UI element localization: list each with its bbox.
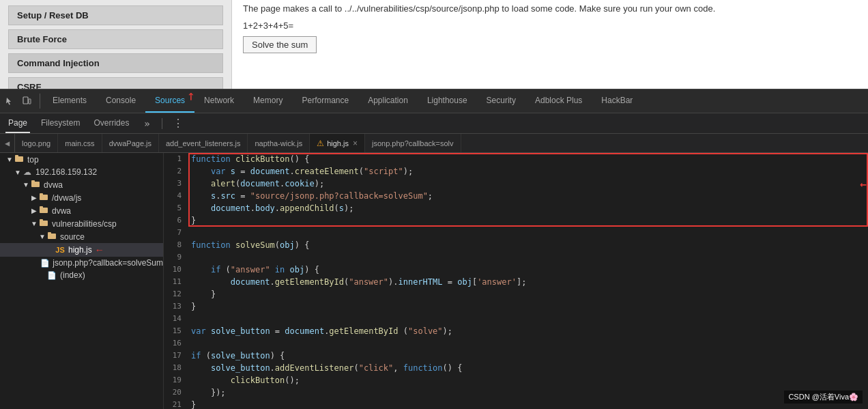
tree-label-ip: 192.168.159.132: [35, 167, 97, 177]
line-num-20: 20: [164, 386, 188, 399]
tree-label-dvwa-sub: dvwa: [52, 206, 71, 216]
tree-item-source[interactable]: ▼ source: [0, 230, 163, 243]
main-content: ▼ top ▼ ☁ 192.168.159.132 ▼ dvwa ▶: [0, 153, 868, 409]
code-line-17: 17 if (solve_button) {: [164, 350, 868, 362]
separator: [162, 118, 162, 129]
line-num-8: 8: [164, 239, 188, 251]
page-right-content: The page makes a call to ../../vulnerabi…: [232, 0, 868, 89]
code-line-2: 2 var s = document.createElement("script…: [164, 165, 868, 178]
tree-label-dvwa: dvwa: [44, 180, 63, 190]
file-tab-logo[interactable]: logo.png: [15, 134, 58, 152]
sources-arrow-indicator: ↓: [187, 91, 195, 104]
tree-label-jsonp: jsonp.php?callback=solveSum: [53, 258, 163, 268]
tree-item-dvwa[interactable]: ▼ dvwa: [0, 178, 163, 191]
line-num-9: 9: [164, 251, 188, 264]
tab-hackbar[interactable]: HackBar: [592, 89, 642, 113]
tab-performance[interactable]: Performance: [292, 89, 358, 113]
tree-item-top[interactable]: ▼ top: [0, 153, 163, 166]
inspect-icon[interactable]: [3, 94, 18, 109]
code-line-1: 1 function clickButton() {: [164, 153, 868, 165]
svg-rect-11: [40, 219, 43, 221]
tree-item-index[interactable]: 📄 (index): [0, 269, 163, 281]
menu-command-injection[interactable]: Command Injection: [8, 53, 223, 73]
code-line-7: 7: [164, 227, 868, 239]
tree-arrow-ip: ▼: [14, 169, 22, 176]
tab-adblock[interactable]: Adblock Plus: [525, 89, 592, 113]
file-tab-dvwapage[interactable]: dvwaPage.js: [102, 134, 159, 152]
line-content-20: });: [188, 386, 868, 399]
code-line-21: 21 }: [164, 399, 868, 409]
page-area: Setup / Reset DB Brute Force Command Inj…: [0, 0, 868, 89]
subtab-filesystem[interactable]: Filesystem: [38, 113, 83, 133]
close-tab-icon[interactable]: ×: [353, 139, 358, 148]
more-subtabs-button[interactable]: »: [140, 117, 154, 130]
tree-item-ip[interactable]: ▼ ☁ 192.168.159.132: [0, 166, 163, 178]
tree-label-vulncsp: vulnerabilities/csp: [52, 219, 117, 229]
line-content-14: [188, 313, 868, 325]
code-line-9: 9: [164, 251, 868, 264]
tab-application[interactable]: Application: [358, 89, 418, 113]
tree-label-source: source: [60, 232, 85, 242]
folder-icon-source: [46, 231, 57, 242]
sum-label: 1+2+3+4+5=: [243, 20, 857, 31]
file-tab-highjs[interactable]: ⚠ high.js ×: [310, 134, 365, 152]
tree-item-dvwajs[interactable]: ▶ /dvwa/js: [0, 191, 163, 204]
line-num-5: 5: [164, 202, 188, 214]
svg-rect-8: [40, 208, 48, 213]
devtools-toolbar: Elements Console Sources Network Memory …: [0, 89, 868, 113]
svg-rect-3: [15, 155, 18, 157]
file-tab-add-event[interactable]: add_event_listeners.js: [159, 134, 248, 152]
tab-lighthouse[interactable]: Lighthouse: [418, 89, 477, 113]
svg-rect-10: [40, 221, 48, 226]
code-line-11: 11 document.getElementById("answer").inn…: [164, 276, 868, 288]
desc-text: The page makes a call to ../../vulnerabi…: [243, 0, 857, 15]
line-content-13: }: [188, 300, 868, 313]
code-line-19: 19 clickButton();: [164, 374, 868, 386]
line-content-11: document.getElementById("answer").innerH…: [188, 276, 868, 288]
tree-arrow-dvwa: ▼: [22, 181, 30, 188]
file-nav-back[interactable]: ◀: [0, 134, 15, 152]
line-num-17: 17: [164, 350, 188, 362]
tree-label-top: top: [27, 155, 39, 165]
tree-item-dvwa-sub[interactable]: ▶ dvwa: [0, 204, 163, 217]
svg-rect-6: [40, 195, 48, 200]
code-line-10: 10 if ("answer" in obj) {: [164, 264, 868, 276]
subtoolbar-menu-icon[interactable]: ⋮: [171, 116, 186, 131]
tab-security[interactable]: Security: [477, 89, 525, 113]
warning-icon: ⚠: [317, 139, 324, 148]
tree-item-vulncsp[interactable]: ▼ vulnerabilities/csp: [0, 217, 163, 230]
file-tab-maincss[interactable]: main.css: [58, 134, 102, 152]
line-content-7: [188, 227, 868, 239]
code-editor[interactable]: 1 function clickButton() { 2 var s = doc…: [164, 153, 868, 409]
cloud-icon: ☁: [22, 167, 33, 177]
svg-rect-0: [23, 97, 28, 104]
tree-label-index: (index): [60, 270, 85, 280]
line-num-1: 1: [164, 153, 188, 165]
tab-network[interactable]: Network: [194, 89, 244, 113]
device-icon[interactable]: [19, 94, 34, 109]
menu-setup[interactable]: Setup / Reset DB: [8, 5, 223, 25]
line-num-3: 3: [164, 178, 188, 190]
line-content-5: document.body.appendChild(s);: [188, 202, 868, 214]
line-content-16: [188, 337, 868, 350]
line-num-10: 10: [164, 264, 188, 276]
tree-item-jsonp[interactable]: 📄 jsonp.php?callback=solveSum: [0, 257, 163, 269]
tab-elements[interactable]: Elements: [43, 89, 96, 113]
menu-brute-force[interactable]: Brute Force: [8, 29, 223, 49]
code-line-15: 15 var solve_button = document.getElemen…: [164, 325, 868, 337]
tab-console[interactable]: Console: [96, 89, 145, 113]
tree-item-highjs[interactable]: JS high.js ←: [0, 243, 163, 257]
tree-arrow-dvwajs: ▶: [30, 194, 38, 201]
svg-rect-1: [29, 99, 31, 104]
file-tab-jsonp[interactable]: jsonp.php?callback=solv: [365, 134, 461, 152]
tab-memory[interactable]: Memory: [244, 89, 292, 113]
line-num-11: 11: [164, 276, 188, 288]
subtab-page[interactable]: Page: [5, 113, 30, 133]
svg-rect-5: [31, 180, 35, 182]
folder-icon-dvwa: [30, 180, 41, 190]
file-tab-naptha[interactable]: naptha-wick.js: [248, 134, 310, 152]
line-content-10: if ("answer" in obj) {: [188, 264, 868, 276]
page-left-menu: Setup / Reset DB Brute Force Command Inj…: [0, 0, 232, 89]
solve-button[interactable]: Solve the sum: [243, 36, 317, 53]
subtab-overrides[interactable]: Overrides: [91, 113, 132, 133]
